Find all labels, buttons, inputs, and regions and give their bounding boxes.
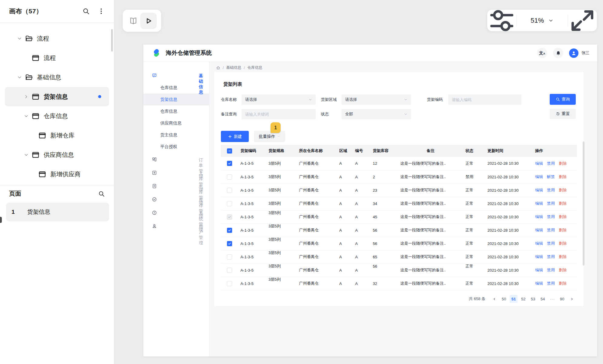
chevron-right-icon[interactable] xyxy=(21,94,32,99)
row-checkbox[interactable] xyxy=(227,241,232,246)
fullscreen-icon[interactable] xyxy=(568,10,597,31)
toggle-link[interactable]: 禁用 xyxy=(547,228,555,232)
row-checkbox[interactable] xyxy=(227,214,232,220)
toggle-link[interactable]: 解禁 xyxy=(547,174,555,179)
nav-group-7[interactable]: 用户管理 xyxy=(143,219,209,233)
toggle-link[interactable]: 禁用 xyxy=(547,241,555,246)
comment-pin-1[interactable]: 1 xyxy=(271,122,281,133)
delete-link[interactable]: 删除 xyxy=(559,214,567,219)
chevron-down-icon[interactable] xyxy=(14,75,25,80)
delete-link[interactable]: 删除 xyxy=(559,188,567,192)
play-button[interactable] xyxy=(140,13,157,29)
home-icon[interactable] xyxy=(216,66,220,70)
toggle-link[interactable]: 禁用 xyxy=(547,254,555,259)
edit-link[interactable]: 编辑 xyxy=(535,228,543,232)
layer-item[interactable]: 新增供应商 xyxy=(5,164,109,184)
nav-item[interactable]: 货架信息 xyxy=(143,94,209,105)
nav-group-5[interactable]: 库存管理 xyxy=(143,193,209,206)
more-icon[interactable] xyxy=(98,8,105,15)
edit-link[interactable]: 编辑 xyxy=(535,188,543,192)
search-icon[interactable] xyxy=(82,8,90,15)
row-checkbox[interactable] xyxy=(227,281,232,286)
page-item[interactable]: 1货架信息 xyxy=(6,203,109,221)
nav-item[interactable]: 货主信息 xyxy=(143,129,209,141)
nav-group-3[interactable]: 入库管理 xyxy=(143,166,209,179)
delete-link[interactable]: 删除 xyxy=(559,161,567,166)
toggle-link[interactable]: 禁用 xyxy=(547,201,555,206)
panel-scrollbar[interactable] xyxy=(111,29,113,51)
page-button[interactable]: 54 xyxy=(539,295,547,303)
page-button[interactable]: 51 xyxy=(510,295,518,303)
breadcrumb-item[interactable]: 仓库信息 xyxy=(247,65,262,70)
page-button[interactable]: 53 xyxy=(529,295,537,303)
page-button[interactable]: 50 xyxy=(500,295,508,303)
area-select[interactable]: 请选择 xyxy=(341,94,411,105)
delete-link[interactable]: 删除 xyxy=(559,268,567,272)
delete-link[interactable]: 删除 xyxy=(559,254,567,259)
nav-item[interactable]: 仓库信息 xyxy=(143,105,209,117)
design-frame[interactable]: 海外仓储管理系统 文A 张三 基础信息仓库信息货架信息仓库信息供应商信息货主信息… xyxy=(143,45,597,356)
nav-group-4[interactable]: 出库管理 xyxy=(143,179,209,193)
nav-item[interactable]: 平台授权 xyxy=(143,141,209,153)
avatar[interactable] xyxy=(569,48,578,58)
prev-page-button[interactable] xyxy=(490,295,498,303)
row-checkbox[interactable] xyxy=(227,201,232,206)
status-select[interactable]: 全部 xyxy=(341,109,411,119)
edit-link[interactable]: 编辑 xyxy=(535,174,543,179)
row-checkbox[interactable] xyxy=(227,228,232,233)
zoom-level-dropdown[interactable]: 51% xyxy=(517,10,568,31)
design-canvas[interactable]: 51% 海外仓储管理系统 文A 张三 基础信息仓 xyxy=(114,0,603,364)
select-all-checkbox[interactable] xyxy=(227,148,232,154)
chevron-down-icon[interactable] xyxy=(21,114,32,119)
delete-link[interactable]: 删除 xyxy=(559,174,567,179)
row-checkbox[interactable] xyxy=(227,174,232,180)
chevron-down-icon[interactable] xyxy=(14,36,25,41)
toggle-link[interactable]: 禁用 xyxy=(547,281,555,286)
chevron-down-icon[interactable] xyxy=(21,152,32,157)
toggle-link[interactable]: 禁用 xyxy=(547,268,555,272)
edit-link[interactable]: 编辑 xyxy=(535,241,543,246)
row-checkbox[interactable] xyxy=(227,161,232,166)
delete-link[interactable]: 删除 xyxy=(559,201,567,206)
panel-edge-handle[interactable] xyxy=(0,217,2,223)
page-button[interactable]: 90 xyxy=(558,295,566,303)
search-button[interactable]: 查询 xyxy=(550,94,576,105)
toggle-link[interactable]: 禁用 xyxy=(547,214,555,219)
toggle-link[interactable]: 禁用 xyxy=(547,188,555,192)
layer-item[interactable]: 供应商信息 xyxy=(5,145,109,164)
spec-book-icon[interactable] xyxy=(129,16,138,25)
notification-button[interactable] xyxy=(553,48,563,58)
layer-item[interactable]: 货架信息 xyxy=(5,87,109,106)
layer-item[interactable]: 流程 xyxy=(5,29,109,48)
create-button[interactable]: 新建 xyxy=(221,131,249,142)
layer-item[interactable]: 基础信息 xyxy=(5,68,109,87)
remark-input[interactable] xyxy=(242,109,316,119)
delete-link[interactable]: 删除 xyxy=(559,241,567,246)
edit-link[interactable]: 编辑 xyxy=(535,161,543,166)
nav-group-1[interactable]: 基础信息 xyxy=(143,68,209,82)
layer-item[interactable]: 流程 xyxy=(5,48,109,68)
edit-link[interactable]: 编辑 xyxy=(535,268,543,272)
prototype-settings-icon[interactable] xyxy=(487,10,516,31)
reset-button[interactable]: 重置 xyxy=(550,109,576,119)
batch-actions-button[interactable]: 批量操作 xyxy=(254,131,285,142)
frame-scrollbar[interactable] xyxy=(583,141,585,266)
search-icon[interactable] xyxy=(98,190,105,197)
code-input[interactable] xyxy=(448,94,521,105)
layer-item[interactable]: 新增仓库 xyxy=(5,126,109,145)
nav-item[interactable]: 供应商信息 xyxy=(143,117,209,129)
delete-link[interactable]: 删除 xyxy=(559,281,567,286)
delete-link[interactable]: 删除 xyxy=(559,228,567,232)
layer-item[interactable]: 仓库信息 xyxy=(5,106,109,126)
edit-link[interactable]: 编辑 xyxy=(535,254,543,259)
warehouse-select[interactable]: 请选择 xyxy=(242,94,316,105)
page-button[interactable]: 52 xyxy=(519,295,527,303)
row-checkbox[interactable] xyxy=(227,268,232,273)
language-button[interactable]: 文A xyxy=(537,48,547,58)
edit-link[interactable]: 编辑 xyxy=(535,214,543,219)
row-checkbox[interactable] xyxy=(227,254,232,260)
edit-link[interactable]: 编辑 xyxy=(535,281,543,286)
nav-group-2[interactable]: 订单管理 xyxy=(143,153,209,166)
edit-link[interactable]: 编辑 xyxy=(535,201,543,206)
row-checkbox[interactable] xyxy=(227,188,232,193)
